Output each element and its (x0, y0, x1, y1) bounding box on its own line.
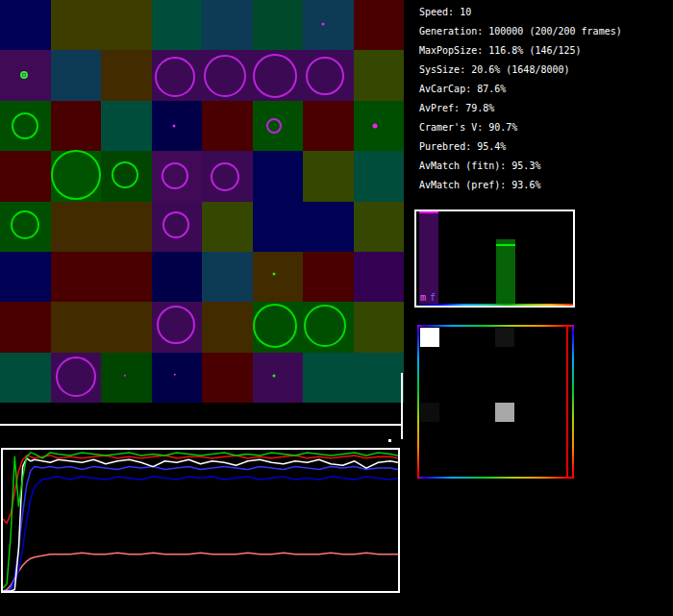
population-bar-panel: mf (414, 209, 575, 308)
grid-cell-r4c1 (51, 202, 102, 252)
grid-cell-r5c5 (253, 252, 304, 302)
grid-cell-r5c4 (202, 252, 253, 302)
stat-line-5: AvPref: 79.8% (419, 99, 622, 118)
grid-cell-r1c4 (202, 50, 253, 100)
matrix-cell-c0r4 (420, 403, 439, 422)
stat-line-2: MaxPopSize: 116.8% (146/125) (419, 41, 622, 61)
grid-cell-r5c6 (303, 252, 354, 302)
simulation-window: Speed: 10Generation: 100000 (200/200 fra… (0, 0, 673, 616)
grid-cell-r6c5 (253, 302, 304, 352)
grid-cell-r7c1 (51, 353, 102, 403)
grid-cell-r6c3 (152, 302, 203, 352)
mating-matrix-panel (417, 325, 574, 479)
matrix-cell-c4r0 (495, 328, 514, 347)
separator-horizontal (0, 424, 401, 426)
stat-line-4: AvCarCap: 87.6% (419, 80, 622, 99)
matrix-hue-edge-left (417, 325, 419, 479)
grid-cell-r7c0 (0, 353, 51, 403)
matrix-hue-edge-right (572, 325, 574, 479)
grid-cell-r7c3 (152, 353, 203, 403)
grid-cell-r6c2 (101, 302, 152, 352)
grid-cell-r2c4 (202, 101, 253, 151)
grid-cell-r1c0 (0, 50, 51, 100)
grid-cell-r0c3 (152, 0, 203, 50)
grid-cell-r5c0 (0, 252, 51, 302)
grid-cell-r2c0 (0, 101, 51, 151)
population-bar-canvas: mf (416, 211, 573, 306)
grid-cell-r6c7 (354, 302, 405, 352)
grid-cell-r4c0 (0, 202, 51, 252)
grid-cell-r7c2 (101, 353, 152, 403)
grid-cell-r0c7 (354, 0, 405, 50)
grid-cell-r4c3 (152, 202, 203, 252)
stat-line-0: Speed: 10 (419, 3, 622, 22)
grid-cell-r1c2 (101, 50, 152, 100)
stats-panel: Speed: 10Generation: 100000 (200/200 fra… (419, 3, 622, 195)
grid-cell-r3c2 (101, 151, 152, 201)
chart-line-green (3, 453, 398, 588)
grid-cell-r3c3 (152, 151, 203, 201)
bar-label-m: m (420, 292, 426, 304)
chart-line-blue-upper (3, 467, 398, 591)
grid-cell-r3c7 (354, 151, 405, 201)
grid-cell-r0c1 (51, 0, 102, 50)
matrix-red-border (566, 327, 568, 477)
grid-cell-r6c1 (51, 302, 102, 352)
grid-cell-r4c2 (101, 202, 152, 252)
population-bar-cap-f (496, 244, 515, 246)
grid-cell-r4c4 (202, 202, 253, 252)
grid-cell-r2c6 (303, 101, 354, 151)
grid-cell-r4c6 (303, 202, 354, 252)
grid-cell-r2c1 (51, 101, 102, 151)
grid-cell-r7c7 (354, 353, 405, 403)
stat-line-7: Purebred: 95.4% (419, 137, 622, 157)
history-chart-panel (1, 448, 400, 593)
matrix-cell-c0r0 (420, 328, 439, 347)
grid-cell-r6c4 (202, 302, 253, 352)
grid-cell-r5c7 (354, 252, 405, 302)
grid-cell-r3c0 (0, 151, 51, 201)
grid-cell-r0c5 (253, 0, 304, 50)
chart-line-red (3, 456, 398, 524)
grid-cell-r4c5 (253, 202, 304, 252)
grid-cell-r3c5 (253, 151, 304, 201)
bar-label-f: f (430, 292, 436, 304)
population-bar-cap-m (419, 211, 438, 213)
grid-cell-r3c6 (303, 151, 354, 201)
grid-cell-r0c4 (202, 0, 253, 50)
grid-cell-r2c3 (152, 101, 203, 151)
hue-gradient-strip (419, 304, 573, 306)
grid-cell-r0c6 (303, 0, 354, 50)
grid-cell-r1c5 (253, 50, 304, 100)
world-grid (0, 0, 404, 403)
matrix-hue-edge-bottom (417, 477, 574, 479)
matrix-cell-c4r4 (495, 403, 514, 422)
grid-cell-r2c7 (354, 101, 405, 151)
grid-cell-r1c3 (152, 50, 203, 100)
grid-cell-r1c1 (51, 50, 102, 100)
grid-cell-r1c6 (303, 50, 354, 100)
grid-cell-r1c7 (354, 50, 405, 100)
grid-cell-r0c0 (0, 0, 51, 50)
stat-line-8: AvMatch (fitn): 95.3% (419, 157, 622, 176)
stray-pixel (388, 439, 391, 442)
stat-line-9: AvMatch (pref): 93.6% (419, 176, 622, 195)
grid-cell-r3c1 (51, 151, 102, 201)
stat-line-6: Cramer's V: 90.7% (419, 118, 622, 137)
grid-cell-r5c2 (101, 252, 152, 302)
grid-cell-r3c4 (202, 151, 253, 201)
grid-cell-r4c7 (354, 202, 405, 252)
grid-cell-r5c3 (152, 252, 203, 302)
history-chart-svg (3, 450, 398, 591)
grid-cell-r0c2 (101, 0, 152, 50)
grid-cell-r7c6 (303, 353, 354, 403)
chart-line-pink (3, 553, 398, 591)
population-bar-f (496, 239, 515, 304)
matrix-hue-edge-top (417, 325, 574, 327)
grid-cell-r2c5 (253, 101, 304, 151)
grid-cell-r7c4 (202, 353, 253, 403)
chart-line-blue-lower (3, 477, 398, 591)
grid-cell-r5c1 (51, 252, 102, 302)
grid-cell-r6c6 (303, 302, 354, 352)
separator-vertical (401, 373, 403, 439)
